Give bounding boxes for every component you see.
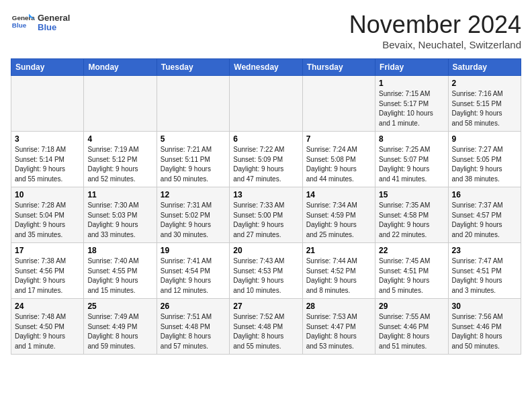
day-info: Sunrise: 7:16 AM Sunset: 5:15 PM Dayligh… <box>452 89 517 128</box>
day-info: Sunrise: 7:53 AM Sunset: 4:47 PM Dayligh… <box>306 312 371 351</box>
calendar-cell <box>157 76 229 132</box>
logo-text: General Blue <box>38 13 70 33</box>
calendar-cell: 3Sunrise: 7:18 AM Sunset: 5:14 PM Daylig… <box>11 132 84 187</box>
calendar-cell: 1Sunrise: 7:15 AM Sunset: 5:17 PM Daylig… <box>375 76 448 132</box>
day-number: 30 <box>452 302 517 311</box>
calendar-cell: 25Sunrise: 7:49 AM Sunset: 4:49 PM Dayli… <box>84 299 157 355</box>
calendar-cell: 14Sunrise: 7:34 AM Sunset: 4:59 PM Dayli… <box>302 187 375 243</box>
calendar-cell: 24Sunrise: 7:48 AM Sunset: 4:50 PM Dayli… <box>11 299 84 355</box>
logo-icon: General Blue <box>11 11 35 35</box>
calendar-weekday-header: Thursday <box>302 59 375 76</box>
day-number: 25 <box>87 302 152 311</box>
calendar-cell: 30Sunrise: 7:56 AM Sunset: 4:46 PM Dayli… <box>448 299 521 355</box>
calendar-week-row: 3Sunrise: 7:18 AM Sunset: 5:14 PM Daylig… <box>11 132 521 187</box>
day-number: 5 <box>161 134 226 144</box>
day-info: Sunrise: 7:56 AM Sunset: 4:46 PM Dayligh… <box>452 312 517 351</box>
day-number: 3 <box>15 134 80 144</box>
day-number: 18 <box>87 246 152 255</box>
calendar-week-row: 1Sunrise: 7:15 AM Sunset: 5:17 PM Daylig… <box>11 76 521 132</box>
calendar-cell: 15Sunrise: 7:35 AM Sunset: 4:58 PM Dayli… <box>375 187 448 243</box>
day-info: Sunrise: 7:43 AM Sunset: 4:53 PM Dayligh… <box>233 257 298 295</box>
calendar-cell: 10Sunrise: 7:28 AM Sunset: 5:04 PM Dayli… <box>11 187 84 243</box>
day-number: 26 <box>161 302 226 311</box>
calendar-cell: 6Sunrise: 7:22 AM Sunset: 5:09 PM Daylig… <box>230 132 302 187</box>
calendar-cell: 4Sunrise: 7:19 AM Sunset: 5:12 PM Daylig… <box>84 132 157 187</box>
day-number: 11 <box>87 190 152 199</box>
day-number: 16 <box>452 190 517 199</box>
calendar-cell: 9Sunrise: 7:27 AM Sunset: 5:05 PM Daylig… <box>448 132 521 187</box>
calendar-cell: 5Sunrise: 7:21 AM Sunset: 5:11 PM Daylig… <box>157 132 229 187</box>
day-number: 1 <box>379 79 444 88</box>
day-info: Sunrise: 7:25 AM Sunset: 5:07 PM Dayligh… <box>379 145 444 184</box>
calendar-cell: 19Sunrise: 7:41 AM Sunset: 4:54 PM Dayli… <box>157 243 229 299</box>
calendar-cell: 11Sunrise: 7:30 AM Sunset: 5:03 PM Dayli… <box>84 187 157 243</box>
day-info: Sunrise: 7:18 AM Sunset: 5:14 PM Dayligh… <box>15 145 80 184</box>
day-info: Sunrise: 7:35 AM Sunset: 4:58 PM Dayligh… <box>379 201 444 240</box>
day-number: 22 <box>379 246 444 255</box>
day-info: Sunrise: 7:15 AM Sunset: 5:17 PM Dayligh… <box>379 89 444 128</box>
day-number: 13 <box>233 190 298 199</box>
day-info: Sunrise: 7:33 AM Sunset: 5:00 PM Dayligh… <box>233 201 298 240</box>
day-info: Sunrise: 7:21 AM Sunset: 5:11 PM Dayligh… <box>161 145 226 184</box>
day-info: Sunrise: 7:38 AM Sunset: 4:56 PM Dayligh… <box>15 257 80 295</box>
day-number: 20 <box>233 246 298 255</box>
location: Bevaix, Neuchatel, Switzerland <box>349 39 521 50</box>
day-info: Sunrise: 7:27 AM Sunset: 5:05 PM Dayligh… <box>452 145 517 184</box>
calendar-cell: 22Sunrise: 7:45 AM Sunset: 4:51 PM Dayli… <box>375 243 448 299</box>
calendar-cell: 12Sunrise: 7:31 AM Sunset: 5:02 PM Dayli… <box>157 187 229 243</box>
day-info: Sunrise: 7:30 AM Sunset: 5:03 PM Dayligh… <box>87 201 152 240</box>
calendar-table: SundayMondayTuesdayWednesdayThursdayFrid… <box>11 58 521 355</box>
day-info: Sunrise: 7:24 AM Sunset: 5:08 PM Dayligh… <box>306 145 371 184</box>
day-info: Sunrise: 7:55 AM Sunset: 4:46 PM Dayligh… <box>379 312 444 351</box>
calendar-cell: 17Sunrise: 7:38 AM Sunset: 4:56 PM Dayli… <box>11 243 84 299</box>
day-info: Sunrise: 7:31 AM Sunset: 5:02 PM Dayligh… <box>161 201 226 240</box>
day-number: 2 <box>452 79 517 88</box>
logo: General Blue General Blue <box>11 11 70 35</box>
day-number: 14 <box>306 190 371 199</box>
day-number: 8 <box>379 134 444 144</box>
calendar-cell: 26Sunrise: 7:51 AM Sunset: 4:48 PM Dayli… <box>157 299 229 355</box>
title-area: November 2024 Bevaix, Neuchatel, Switzer… <box>349 11 521 50</box>
calendar-week-row: 17Sunrise: 7:38 AM Sunset: 4:56 PM Dayli… <box>11 243 521 299</box>
day-number: 23 <box>452 246 517 255</box>
day-number: 6 <box>233 134 298 144</box>
calendar-cell <box>302 76 375 132</box>
calendar-week-row: 10Sunrise: 7:28 AM Sunset: 5:04 PM Dayli… <box>11 187 521 243</box>
day-number: 15 <box>379 190 444 199</box>
calendar-cell: 18Sunrise: 7:40 AM Sunset: 4:55 PM Dayli… <box>84 243 157 299</box>
day-info: Sunrise: 7:52 AM Sunset: 4:48 PM Dayligh… <box>233 312 298 351</box>
day-number: 7 <box>306 134 371 144</box>
calendar-weekday-header: Wednesday <box>230 59 302 76</box>
calendar-weekday-header: Sunday <box>11 59 84 76</box>
logo-line2: Blue <box>38 23 70 32</box>
day-number: 27 <box>233 302 298 311</box>
day-number: 17 <box>15 246 80 255</box>
month-title: November 2024 <box>349 11 521 39</box>
calendar-weekday-header: Saturday <box>448 59 521 76</box>
calendar-weekday-header: Tuesday <box>157 59 229 76</box>
day-number: 10 <box>15 190 80 199</box>
calendar-cell: 29Sunrise: 7:55 AM Sunset: 4:46 PM Dayli… <box>375 299 448 355</box>
day-info: Sunrise: 7:41 AM Sunset: 4:54 PM Dayligh… <box>161 257 226 295</box>
day-info: Sunrise: 7:28 AM Sunset: 5:04 PM Dayligh… <box>15 201 80 240</box>
day-info: Sunrise: 7:47 AM Sunset: 4:51 PM Dayligh… <box>452 257 517 295</box>
day-number: 29 <box>379 302 444 311</box>
calendar-cell <box>230 76 302 132</box>
calendar-cell: 8Sunrise: 7:25 AM Sunset: 5:07 PM Daylig… <box>375 132 448 187</box>
day-info: Sunrise: 7:34 AM Sunset: 4:59 PM Dayligh… <box>306 201 371 240</box>
calendar-cell: 23Sunrise: 7:47 AM Sunset: 4:51 PM Dayli… <box>448 243 521 299</box>
calendar-weekday-header: Monday <box>84 59 157 76</box>
calendar-cell <box>11 76 84 132</box>
day-number: 19 <box>161 246 226 255</box>
day-info: Sunrise: 7:40 AM Sunset: 4:55 PM Dayligh… <box>87 257 152 295</box>
day-number: 24 <box>15 302 80 311</box>
day-info: Sunrise: 7:45 AM Sunset: 4:51 PM Dayligh… <box>379 257 444 295</box>
calendar-week-row: 24Sunrise: 7:48 AM Sunset: 4:50 PM Dayli… <box>11 299 521 355</box>
day-number: 12 <box>161 190 226 199</box>
calendar-cell: 20Sunrise: 7:43 AM Sunset: 4:53 PM Dayli… <box>230 243 302 299</box>
day-info: Sunrise: 7:49 AM Sunset: 4:49 PM Dayligh… <box>87 312 152 351</box>
svg-text:Blue: Blue <box>12 21 27 29</box>
calendar-header-row: SundayMondayTuesdayWednesdayThursdayFrid… <box>11 59 521 76</box>
calendar-weekday-header: Friday <box>375 59 448 76</box>
day-number: 28 <box>306 302 371 311</box>
